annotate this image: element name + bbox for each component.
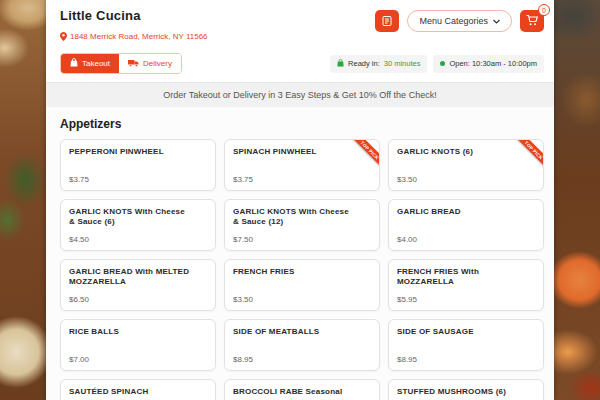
delivery-toggle[interactable]: Delivery: [119, 54, 181, 73]
order-mode-toggle: Takeout Delivery: [60, 53, 182, 74]
menu-item-price: $7.00: [69, 355, 89, 364]
menu-item-card[interactable]: SIDE OF MEATBALLS $8.95: [224, 319, 380, 371]
menu-item-card[interactable]: GARLIC KNOTS With Cheese & Sauce (6) $4.…: [60, 199, 216, 251]
menu-item-name: SIDE OF MEATBALLS: [233, 327, 371, 337]
restaurant-name: Little Cucina: [60, 8, 208, 23]
section-title: Appetizers: [60, 117, 544, 131]
menu-item-price: $3.50: [233, 295, 253, 304]
menu-item-name: STUFFED MUSHROOMS (6): [397, 387, 535, 397]
location-pin-icon: [60, 27, 67, 45]
menu-item-price: $3.75: [69, 175, 89, 184]
ready-bag-icon: [337, 59, 344, 69]
menu-item-name: GARLIC BREAD With MELTED MOZZARELLA: [69, 267, 207, 286]
takeout-label: Takeout: [82, 59, 110, 68]
cart-count-badge: 0: [538, 4, 550, 16]
background-photo-left: [0, 0, 46, 400]
menu-item-price: $8.95: [233, 355, 253, 364]
open-hours-label: Open: 10:30am - 10:00pm: [449, 59, 537, 68]
cart-wrap: 0: [520, 10, 544, 32]
menu-item-name: FRENCH FRIES With MOZZARELLA: [397, 267, 535, 286]
open-hours-badge: Open: 10:30am - 10:00pm: [433, 55, 544, 73]
menu-item-price: $7.50: [233, 235, 253, 244]
restaurant-info: Little Cucina 1848 Merrick Road, Merrick…: [60, 8, 208, 45]
menu-categories-label: Menu Categories: [419, 16, 488, 26]
menu-item-price: $6.50: [69, 295, 89, 304]
menu-item-card[interactable]: GARLIC KNOTS With Cheese & Sauce (12) $7…: [224, 199, 380, 251]
order-receipt-button[interactable]: [375, 10, 399, 32]
menu-section: Appetizers PEPPERONI PINWHEEL $3.75 SPIN…: [46, 107, 554, 400]
ready-value: 30 minutes: [384, 59, 421, 68]
order-bar: Takeout Delivery Ready in: 30 minutes Op…: [46, 49, 554, 82]
receipt-icon: [382, 14, 392, 29]
header-actions: Menu Categories 0: [375, 10, 544, 32]
menu-item-price: $8.95: [397, 355, 417, 364]
menu-item-card[interactable]: SAUTÉED SPINACH $8.00: [60, 379, 216, 400]
menu-item-price: $5.95: [397, 295, 417, 304]
menu-item-name: GARLIC KNOTS With Cheese & Sauce (12): [233, 207, 371, 226]
top-pick-ribbon: TOP PICK: [348, 139, 380, 171]
menu-item-price: $4.50: [69, 235, 89, 244]
menu-item-name: FRENCH FRIES: [233, 267, 371, 277]
menu-item-card[interactable]: BROCCOLI RABE Seasonal $9.95: [224, 379, 380, 400]
address-line[interactable]: 1848 Merrick Road, Merrick, NY 11566: [60, 27, 208, 45]
menu-item-card[interactable]: FRENCH FRIES $3.50: [224, 259, 380, 311]
menu-categories-button[interactable]: Menu Categories: [407, 10, 512, 32]
restaurant-address: 1848 Merrick Road, Merrick, NY 11566: [70, 32, 208, 41]
delivery-truck-icon: [128, 59, 139, 69]
takeout-toggle[interactable]: Takeout: [61, 54, 119, 73]
menu-item-card[interactable]: SIDE OF SAUSAGE $8.95: [388, 319, 544, 371]
delivery-label: Delivery: [143, 59, 172, 68]
top-pick-ribbon-label: TOP PICK: [514, 139, 544, 170]
menu-item-card[interactable]: RICE BALLS $7.00: [60, 319, 216, 371]
menu-item-price: $3.50: [397, 175, 417, 184]
menu-item-name: GARLIC BREAD: [397, 207, 535, 217]
ready-label: Ready in:: [348, 59, 380, 68]
menu-item-card[interactable]: GARLIC BREAD $4.00: [388, 199, 544, 251]
menu-item-name: PEPPERONI PINWHEEL: [69, 147, 207, 157]
promo-banner-text: Order Takeout or Delivery in 3 Easy Step…: [163, 90, 436, 100]
menu-item-card[interactable]: FRENCH FRIES With MOZZARELLA $5.95: [388, 259, 544, 311]
menu-item-name: GARLIC KNOTS With Cheese & Sauce (6): [69, 207, 207, 226]
status-badges: Ready in: 30 minutes Open: 10:30am - 10:…: [330, 55, 544, 73]
ready-time-badge: Ready in: 30 minutes: [330, 55, 427, 73]
top-pick-ribbon: TOP PICK: [512, 139, 544, 171]
page-panel: Little Cucina 1848 Merrick Road, Merrick…: [46, 0, 554, 400]
open-status-dot: [440, 61, 445, 66]
menu-item-name: RICE BALLS: [69, 327, 207, 337]
menu-item-price: $4.00: [397, 235, 417, 244]
top-pick-ribbon-label: TOP PICK: [350, 139, 380, 170]
menu-item-name: SAUTÉED SPINACH: [69, 387, 207, 397]
promo-banner: Order Takeout or Delivery in 3 Easy Step…: [46, 82, 554, 107]
cart-icon: [526, 14, 538, 29]
menu-item-card[interactable]: PEPPERONI PINWHEEL $3.75: [60, 139, 216, 191]
header: Little Cucina 1848 Merrick Road, Merrick…: [46, 0, 554, 49]
takeout-bag-icon: [70, 58, 78, 69]
menu-item-price: $3.75: [233, 175, 253, 184]
menu-item-card[interactable]: GARLIC BREAD With MELTED MOZZARELLA $6.5…: [60, 259, 216, 311]
menu-item-name: BROCCOLI RABE Seasonal: [233, 387, 371, 397]
menu-grid: PEPPERONI PINWHEEL $3.75 SPINACH PINWHEE…: [60, 139, 544, 400]
menu-item-name: SIDE OF SAUSAGE: [397, 327, 535, 337]
chevron-down-icon: [493, 16, 500, 26]
menu-item-card[interactable]: GARLIC KNOTS (6) $3.50 TOP PICK: [388, 139, 544, 191]
menu-item-card[interactable]: SPINACH PINWHEEL $3.75 TOP PICK: [224, 139, 380, 191]
menu-item-card[interactable]: STUFFED MUSHROOMS (6) $9.95: [388, 379, 544, 400]
background-photo-right: [554, 0, 600, 400]
